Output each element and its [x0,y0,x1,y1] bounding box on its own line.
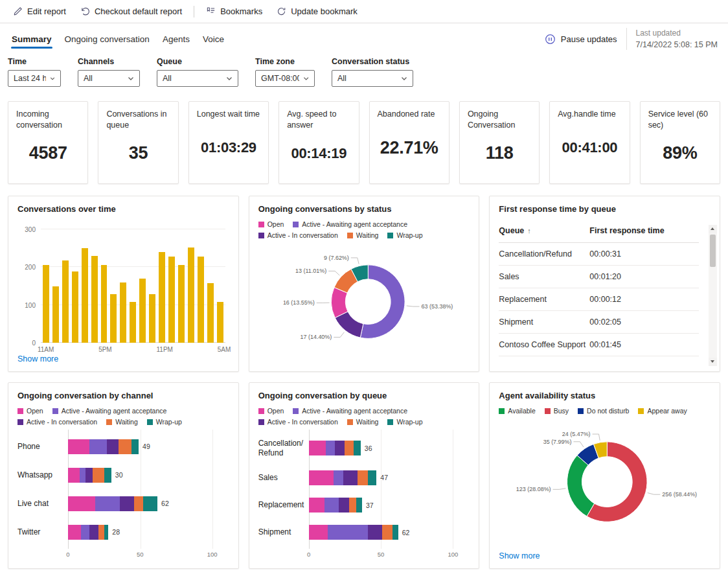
scrollbar-track[interactable] [709,233,717,358]
tab-summary[interactable]: Summary [5,25,58,53]
legend-item-active-in-conversation[interactable]: Active - In conversation [258,418,338,426]
legend-item-busy[interactable]: Busy [545,407,569,415]
legend-item-waiting[interactable]: Waiting [106,418,138,426]
bar-segment-active-awaiting-agent-acceptance[interactable] [81,525,89,540]
legend-item-active-awaiting-agent-acceptance[interactable]: Active - Awaiting agent acceptance [293,407,407,415]
bar[interactable] [120,282,126,343]
bar[interactable] [139,279,146,343]
bar-segment-active-awaiting-agent-acceptance[interactable] [328,525,368,540]
bar[interactable] [217,302,223,343]
bar[interactable] [207,283,214,343]
tab-voice[interactable]: Voice [196,25,231,53]
bar-segment-open[interactable] [309,441,326,455]
bar-segment-wrap-up[interactable] [143,496,157,511]
bar[interactable] [52,286,59,343]
table-row[interactable]: Replacement00:00:12 [499,288,699,311]
scrollbar-thumb[interactable] [710,235,716,267]
bar-segment-active-in-conversation[interactable] [89,525,98,540]
scroll-up-button[interactable] [709,225,717,233]
bar-segment-wrap-up[interactable] [392,525,398,540]
bar-segment-active-in-conversation[interactable] [339,498,349,513]
tab-ongoing-conversation[interactable]: Ongoing conversation [58,25,156,53]
conversation-status-select[interactable]: All [332,70,413,87]
bar-segment-open[interactable] [68,439,89,454]
legend-item-open[interactable]: Open [17,407,43,415]
table-row[interactable]: Contoso Coffee Sales00:00:25 [499,356,699,363]
legend-item-wrap-up[interactable]: Wrap-up [387,231,422,239]
bar[interactable] [110,294,117,343]
bar-segment-active-awaiting-agent-acceptance[interactable] [80,468,85,483]
bar-segment-open[interactable] [68,525,81,540]
scroll-down-button[interactable] [709,358,717,366]
bar-segment-wrap-up[interactable] [104,468,111,483]
column-header-queue[interactable]: Queue↑ [499,226,589,235]
legend-item-active-awaiting-agent-acceptance[interactable]: Active - Awaiting agent acceptance [52,407,167,415]
legend-item-waiting[interactable]: Waiting [347,418,379,426]
bar[interactable] [101,265,108,343]
bar-segment-wrap-up[interactable] [356,498,362,513]
vertical-scrollbar[interactable] [709,225,717,366]
legend-item-open[interactable]: Open [258,407,284,415]
channels-select[interactable]: All [78,70,140,87]
column-header-first-response-time[interactable]: First response time [589,226,699,235]
pause-updates-button[interactable]: Pause updates [545,34,617,45]
bar-segment-active-in-conversation[interactable] [368,525,382,540]
legend-item-active-awaiting-agent-acceptance[interactable]: Active - Awaiting agent acceptance [293,220,407,228]
legend-item-available[interactable]: Available [499,407,535,415]
bar-segment-wrap-up[interactable] [131,439,139,454]
bar-segment-open[interactable] [309,498,324,513]
table-row[interactable]: Cancellation/Refund00:00:31 [499,243,699,266]
bar-segment-waiting[interactable] [98,525,104,540]
time-zone-select[interactable]: GMT-08:00 [255,70,315,87]
bar[interactable] [82,248,88,343]
bar-segment-active-in-conversation[interactable] [120,496,134,511]
bar[interactable] [62,260,69,343]
legend-item-appear-away[interactable]: Appear away [638,407,687,415]
bar[interactable] [188,248,194,343]
legend-item-wrap-up[interactable]: Wrap-up [387,418,422,426]
bar-segment-waiting[interactable] [358,470,368,485]
donut-slice-available[interactable] [567,455,595,516]
bar-segment-active-awaiting-agent-acceptance[interactable] [89,439,107,454]
bar[interactable] [178,265,185,343]
bar[interactable] [149,294,155,343]
bar-segment-active-awaiting-agent-acceptance[interactable] [334,470,344,485]
show-more-link[interactable]: Show more [499,551,711,560]
bar-segment-waiting[interactable] [382,525,392,540]
bar-segment-active-in-conversation[interactable] [343,470,358,485]
bar-segment-open[interactable] [68,496,95,511]
bar-segment-active-awaiting-agent-acceptance[interactable] [326,441,334,455]
bar[interactable] [130,302,136,343]
legend-item-do-not-disturb[interactable]: Do not disturb [578,407,629,415]
bar-segment-active-in-conversation[interactable] [107,439,119,454]
bar-segment-open[interactable] [309,525,328,540]
bar-segment-open[interactable] [68,468,80,483]
bar-segment-waiting[interactable] [349,498,356,513]
bar-segment-waiting[interactable] [345,441,353,455]
bar[interactable] [72,271,78,343]
edit-report-button[interactable]: Edit report [6,3,73,21]
legend-item-waiting[interactable]: Waiting [347,231,379,239]
table-row[interactable]: Sales00:01:20 [499,266,699,288]
bar[interactable] [91,256,98,343]
bar-segment-waiting[interactable] [134,496,142,511]
bar[interactable] [168,257,175,343]
bar-segment-active-in-conversation[interactable] [335,441,345,455]
legend-item-active-in-conversation[interactable]: Active - In conversation [17,418,97,426]
bar-segment-waiting[interactable] [119,439,131,454]
bar[interactable] [159,252,165,343]
bar-segment-active-in-conversation[interactable] [85,468,93,483]
table-row[interactable]: Contoso Coffee Support00:01:45 [499,334,699,356]
legend-item-active-in-conversation[interactable]: Active - In conversation [258,231,338,239]
bar-segment-active-awaiting-agent-acceptance[interactable] [95,496,120,511]
update-bookmark-button[interactable]: Update bookmark [270,3,364,21]
bar-segment-waiting[interactable] [93,468,104,483]
time-select[interactable]: Last 24 hrs [8,70,61,87]
bar-segment-open[interactable] [309,470,334,485]
bar-segment-wrap-up[interactable] [354,441,361,455]
show-more-link[interactable]: Show more [17,354,229,363]
queue-select[interactable]: All [157,70,238,87]
legend-item-wrap-up[interactable]: Wrap-up [147,418,182,426]
bookmarks-button[interactable]: Bookmarks [199,3,269,21]
bar-segment-wrap-up[interactable] [368,470,376,485]
